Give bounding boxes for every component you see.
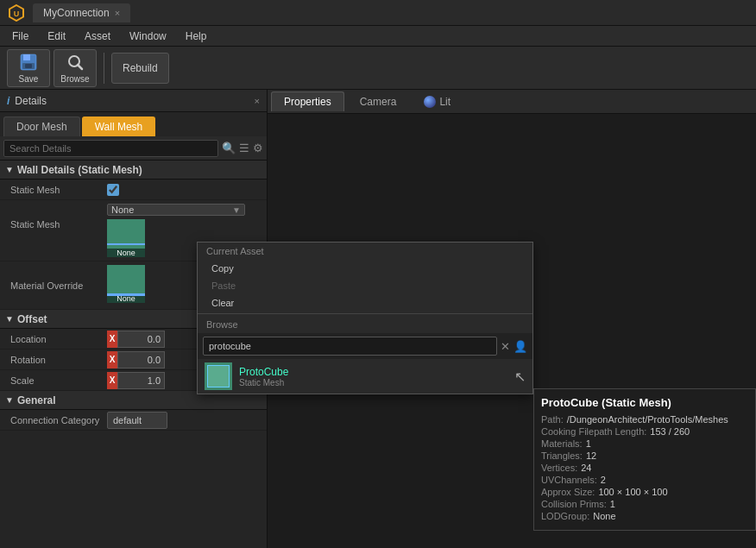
static-mesh-dropdown[interactable]: None ▼ — [107, 204, 245, 216]
approx-value: 100 × 100 × 100 — [598, 487, 667, 497]
popup-person-icon[interactable]: 👤 — [513, 340, 527, 353]
wall-details-label: Wall Details (Static Mesh) — [17, 164, 142, 176]
path-value: /DungeonArchitect/ProtoTools/Meshes — [567, 414, 728, 425]
rebuild-button[interactable]: Rebuild — [111, 53, 169, 84]
menubar: File Edit Asset Window Help — [0, 26, 756, 47]
location-x-input[interactable] — [117, 331, 165, 348]
search-icon: 🔍 — [222, 142, 236, 154]
location-x-field: X — [107, 331, 165, 348]
x-label-icon: X — [107, 331, 117, 348]
popup-clear-icon[interactable]: ✕ — [501, 340, 510, 353]
path-key: Path: — [541, 414, 564, 425]
result-name-label: ProtoCube — [239, 366, 288, 378]
result-type-label: Static Mesh — [239, 378, 288, 387]
menu-window[interactable]: Window — [121, 28, 175, 44]
result-thumbnail — [205, 362, 232, 390]
connection-category-label: Connection Category — [3, 415, 107, 425]
dropdown-arrow-icon: ▼ — [232, 205, 241, 215]
app-logo: U — [7, 3, 26, 22]
static-mesh-thumb: None — [107, 219, 145, 257]
popup-divider — [198, 313, 532, 314]
tab-lit[interactable]: Lit — [412, 92, 463, 111]
search-input[interactable] — [3, 140, 218, 157]
tab-camera[interactable]: Camera — [348, 92, 409, 111]
result-text: ProtoCube Static Mesh — [239, 366, 288, 387]
save-button[interactable]: Save — [7, 49, 50, 87]
static-mesh-label-2: Static Mesh — [3, 219, 107, 230]
static-mesh-checkbox-row: Static Mesh — [0, 180, 267, 200]
static-mesh-thumb-label: None — [107, 249, 145, 257]
wall-details-section-header[interactable]: ▼ Wall Details (Static Mesh) — [0, 161, 267, 180]
save-label: Save — [19, 74, 39, 84]
tooltip-lodgroup-row: LODGroup: None — [541, 511, 748, 521]
details-close-button[interactable]: × — [255, 96, 260, 106]
cooking-value: 153 / 260 — [650, 426, 690, 437]
tab-close-icon[interactable]: × — [115, 8, 120, 18]
menu-asset[interactable]: Asset — [76, 28, 119, 44]
tab-door-mesh[interactable]: Door Mesh — [3, 117, 80, 136]
tab-properties[interactable]: Properties — [271, 91, 344, 111]
tab-wall-mesh[interactable]: Wall Mesh — [82, 117, 156, 136]
uvchannels-value: 2 — [601, 475, 606, 485]
app-tab[interactable]: MyConnection × — [33, 3, 130, 22]
current-asset-label: Current Asset — [198, 243, 532, 260]
tooltip-vertices-row: Vertices: 24 — [541, 463, 748, 473]
material-override-thumbnail: None — [107, 265, 145, 303]
popup-search-input[interactable] — [203, 337, 497, 356]
scale-x-input[interactable] — [117, 372, 165, 389]
scale-x-label-icon: X — [107, 372, 117, 389]
rotation-label: Rotation — [3, 355, 107, 365]
location-label: Location — [3, 334, 107, 344]
tooltip-materials-row: Materials: 1 — [541, 438, 748, 449]
vertices-key: Vertices: — [541, 463, 577, 473]
lodgroup-value: None — [593, 511, 615, 521]
copy-item[interactable]: Copy — [198, 260, 532, 277]
menu-edit[interactable]: Edit — [39, 28, 74, 44]
browse-button[interactable]: Browse — [54, 49, 97, 87]
rotation-x-label-icon: X — [107, 351, 117, 368]
rebuild-label: Rebuild — [123, 62, 158, 74]
lodgroup-key: LODGroup: — [541, 511, 589, 521]
browse-section-label: Browse — [198, 316, 532, 333]
static-mesh-thumb-line — [107, 243, 145, 245]
clear-item[interactable]: Clear — [198, 294, 532, 312]
connection-category-input[interactable] — [107, 412, 167, 429]
svg-line-7 — [78, 65, 82, 69]
vertices-value: 24 — [581, 463, 591, 473]
tooltip-title: ProtoCube (Static Mesh) — [541, 396, 748, 409]
rotation-x-field: X — [107, 351, 165, 368]
approx-key: Approx Size: — [541, 487, 595, 497]
viewport-tabs: Properties Camera Lit — [268, 90, 756, 114]
titlebar: U MyConnection × — [0, 0, 756, 26]
svg-rect-3 — [23, 54, 30, 60]
static-mesh-checkbox[interactable] — [107, 184, 119, 196]
toolbar: Save Browse Rebuild — [0, 47, 756, 90]
search-result-item[interactable]: ProtoCube Static Mesh ↖ — [198, 359, 532, 394]
browse-label: Browse — [60, 74, 89, 84]
save-icon — [18, 52, 39, 72]
collision-key: Collision Prims: — [541, 499, 607, 509]
offset-label: Offset — [17, 313, 47, 325]
collapse-arrow-icon: ▼ — [5, 165, 14, 174]
tooltip-path-row: Path: /DungeonArchitect/ProtoTools/Meshe… — [541, 414, 748, 425]
tab-row: Door Mesh Wall Mesh — [0, 112, 267, 136]
menu-file[interactable]: File — [3, 28, 37, 44]
material-thumb-line — [107, 293, 145, 296]
tooltip-collision-row: Collision Prims: 1 — [541, 499, 748, 509]
dropdown-popup: Current Asset Copy Paste Clear Browse ✕ … — [197, 242, 533, 394]
scale-x-field: X — [107, 372, 165, 389]
tooltip-cooking-row: Cooking Filepath Length: 153 / 260 — [541, 426, 748, 437]
menu-help[interactable]: Help — [177, 28, 216, 44]
details-title: Details — [15, 95, 249, 107]
static-mesh-thumbnail: None — [107, 219, 145, 257]
scale-label: Scale — [3, 375, 107, 386]
general-arrow-icon: ▼ — [5, 395, 14, 405]
material-override-label: Material Override — [3, 280, 107, 291]
settings-icon[interactable]: ⚙ — [253, 142, 263, 154]
tooltip-panel: ProtoCube (Static Mesh) Path: /DungeonAr… — [533, 388, 756, 531]
cooking-key: Cooking Filepath Length: — [541, 426, 646, 437]
paste-item[interactable]: Paste — [198, 277, 532, 294]
rotation-x-input[interactable] — [117, 351, 165, 368]
uvchannels-key: UVChannels: — [541, 475, 597, 485]
list-view-icon[interactable]: ☰ — [239, 142, 249, 154]
